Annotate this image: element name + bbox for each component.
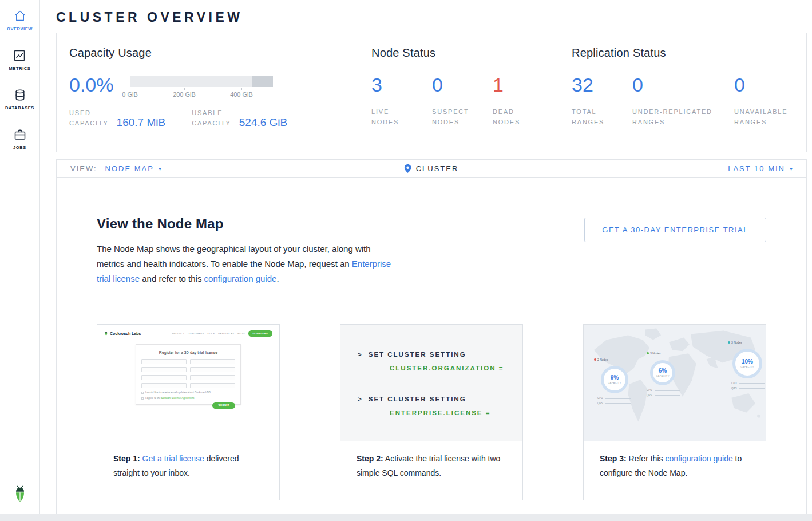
time-range-value: LAST 10 MIN [728,164,785,173]
thumb-nav-item: PRODUCT [172,332,184,335]
trial-registration-form: Register for a 30-day trial license I wo… [136,344,241,405]
main-content: CLUSTER OVERVIEW Capacity Usage 0.0% 0 G… [40,0,812,514]
code-line: >SET CLUSTER SETTING [358,348,522,361]
node-count: 3 Nodes [731,341,742,344]
under-replicated-ranges-value: 0 [632,74,734,96]
node-map-title: View the Node Map [97,216,394,232]
form-checkbox-row: I agree to the Software License Agreemen… [141,397,235,400]
code-line: CLUSTER.ORGANIZATION = [358,361,522,375]
view-selected-value: NODE MAP [105,164,154,173]
gauge-percent: 9% [611,375,619,381]
checkbox-icon [141,397,144,400]
form-field [141,375,187,380]
live-nodes-value: 3 [371,74,432,96]
node-group-tag: 3 Nodes [728,341,742,344]
stat-label-line: NODES [432,117,493,127]
home-icon [13,9,27,23]
stat-label-line: USED [69,108,109,118]
divider [97,306,766,306]
stat-bar [605,403,631,404]
node-dot-icon [594,358,596,361]
stat-label-line: RANGES [632,117,734,127]
form-field [190,359,235,364]
step-3-card: 2 Nodes 3 Nodes 3 Nodes 9%CAPACITY 6%CAP… [583,324,766,500]
checkbox-label: I would like to receive email updates ab… [145,391,211,394]
usable-capacity-stat: USABLE CAPACITY 524.6 GiB [192,108,287,128]
step-label: Step 2: [357,454,383,463]
time-range-selector[interactable]: LAST 10 MIN ▾ [728,164,793,173]
configuration-guide-link[interactable]: configuration guide [665,454,732,463]
node-count: 2 Nodes [597,358,608,361]
location-pin-icon [405,164,411,173]
stat-label: QPS [731,387,739,390]
capacity-bar-segment [252,76,274,87]
suspect-nodes-value: 0 [432,74,493,96]
briefcase-icon [13,128,27,141]
capacity-usage-title: Capacity Usage [69,46,371,60]
sidebar-item-databases[interactable]: DATABASES [5,88,34,110]
sidebar: OVERVIEW METRICS DATABASES JOBS [0,0,40,514]
dead-nodes-value: 1 [493,74,553,96]
stat-bar [605,398,631,399]
trial-license-page-thumbnail: Cockroach Labs PRODUCT CUSTOMERS DOCS RE… [97,325,279,441]
stat-label-line: RANGES [572,117,632,127]
form-field [190,383,235,388]
stat-label: CPU [731,382,739,385]
thumb-nav-item: RESOURCES [218,332,234,335]
form-field [141,359,187,364]
description-text: The Node Map shows the geographical layo… [97,244,371,269]
view-label: VIEW: [70,164,97,173]
app-root: OVERVIEW METRICS DATABASES JOBS [0,0,812,521]
form-field [141,367,187,372]
thumb-nav-item: DOCS [207,332,215,335]
capacity-gauge: 9%CAPACITY [601,366,628,393]
total-ranges-stat: 32 TOTALRANGES [572,74,632,127]
step-3-caption: Step 3: Refer this configuration guide t… [584,441,766,480]
thumb-nav-item: CUSTOMERS [188,332,204,335]
code-line: ENTERPRISE.LICENSE = [358,406,522,420]
node-map-preview-thumbnail: 2 Nodes 3 Nodes 3 Nodes 9%CAPACITY 6%CAP… [584,325,766,441]
caption-text: Refer this [629,454,663,463]
code-prompt: > [358,396,363,402]
get-trial-license-link[interactable]: Get a trial license [142,454,204,463]
database-icon [13,88,27,102]
checkbox-icon [141,392,144,394]
metrics-icon [13,49,26,62]
stat-label: QPS [597,402,605,405]
download-pill: DOWNLOAD [248,330,272,337]
node-dot-icon [647,352,649,354]
submit-pill: SUBMIT [212,402,235,409]
license-agreement-text: Software License Agreement [161,397,195,400]
step-label: Step 3: [600,454,627,463]
sidebar-item-label: JOBS [13,145,26,150]
node-status-title: Node Status [371,46,572,60]
sidebar-item-overview[interactable]: OVERVIEW [7,9,33,31]
sidebar-item-jobs[interactable]: JOBS [13,128,27,150]
configuration-guide-link[interactable]: configuration guide [204,274,277,283]
node-dot-icon [728,341,730,344]
suspect-nodes-stat: 0 SUSPECTNODES [432,74,493,127]
cockroach-logo [12,484,28,507]
gauge-stats: CPU QPS [647,389,680,399]
stat-label-line: LIVE [371,106,432,117]
stat-label: CPU [647,389,655,392]
view-selector[interactable]: VIEW: NODE MAP ▾ [70,164,161,173]
step-1-card: Cockroach Labs PRODUCT CUSTOMERS DOCS RE… [97,324,280,500]
live-nodes-stat: 3 LIVENODES [371,74,432,127]
enterprise-trial-button[interactable]: GET A 30-DAY ENTERPRISE TRIAL [584,218,766,242]
code-text: SET CLUSTER SETTING [369,396,466,402]
stat-label-line: NODES [493,117,553,127]
step-1-caption: Step 1: Get a trial license delivered st… [97,441,279,480]
sidebar-item-metrics[interactable]: METRICS [9,49,31,71]
summary-panel: Capacity Usage 0.0% 0 GiB 200 GiB 400 Gi… [56,33,807,152]
capacity-bar-ticks [130,87,273,90]
gauge-percent: 6% [659,368,667,374]
thumb-nav-item: BLOG [237,332,244,335]
stat-label-line: DEAD [493,106,553,117]
cluster-scope: CLUSTER [405,164,459,173]
form-field [141,383,187,388]
step-2-card: >SET CLUSTER SETTING CLUSTER.ORGANIZATIO… [340,324,523,500]
gauge-stats: CPU QPS [731,382,765,392]
view-bar: VIEW: NODE MAP ▾ CLUSTER LAST 10 MIN ▾ [56,159,807,178]
node-status-section: Node Status 3 LIVENODES 0 SUSPECTNODES 1… [371,46,572,152]
